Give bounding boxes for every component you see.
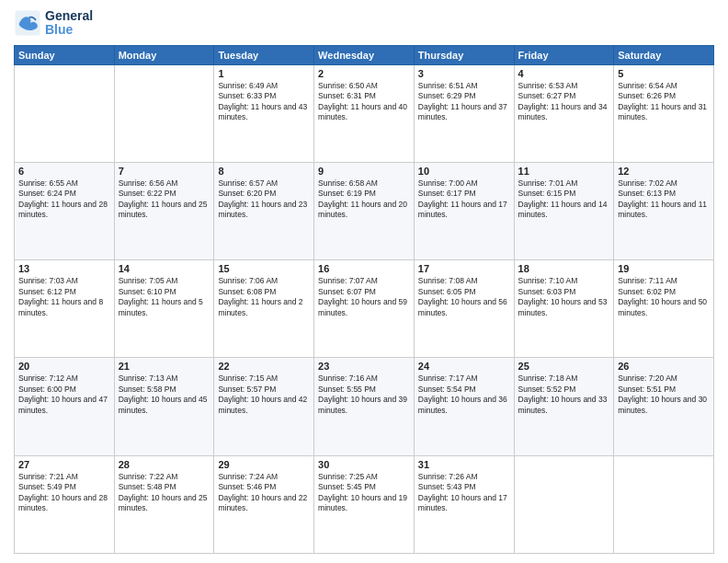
- day-number: 16: [318, 263, 410, 274]
- calendar-cell: 8Sunrise: 6:57 AM Sunset: 6:20 PM Daylig…: [214, 163, 314, 260]
- calendar-cell: 26Sunrise: 7:20 AM Sunset: 5:51 PM Dayli…: [614, 358, 714, 455]
- logo: General Blue: [14, 9, 93, 38]
- day-number: 24: [418, 361, 510, 372]
- calendar-cell: 5Sunrise: 6:54 AM Sunset: 6:26 PM Daylig…: [614, 64, 714, 162]
- cell-info: Sunrise: 6:57 AM Sunset: 6:20 PM Dayligh…: [218, 178, 310, 221]
- day-number: 13: [18, 263, 110, 274]
- cell-info: Sunrise: 7:22 AM Sunset: 5:48 PM Dayligh…: [119, 472, 210, 514]
- day-number: 30: [318, 459, 410, 470]
- calendar-cell: [15, 64, 115, 162]
- day-number: 26: [618, 361, 710, 372]
- day-number: 28: [119, 459, 210, 470]
- day-number: 20: [18, 361, 110, 372]
- page: General Blue SundayMondayTuesdayWednesda…: [0, 0, 728, 563]
- day-number: 2: [318, 68, 410, 79]
- cell-info: Sunrise: 6:53 AM Sunset: 6:27 PM Dayligh…: [518, 81, 610, 123]
- day-number: 1: [218, 68, 310, 79]
- cell-info: Sunrise: 7:01 AM Sunset: 6:15 PM Dayligh…: [518, 178, 610, 221]
- cell-info: Sunrise: 6:49 AM Sunset: 6:33 PM Dayligh…: [218, 81, 310, 123]
- day-number: 15: [218, 263, 310, 274]
- calendar-cell: 23Sunrise: 7:16 AM Sunset: 5:55 PM Dayli…: [314, 358, 415, 455]
- cell-info: Sunrise: 6:54 AM Sunset: 6:26 PM Dayligh…: [618, 81, 710, 123]
- day-number: 7: [119, 166, 210, 177]
- calendar-header-row: SundayMondayTuesdayWednesdayThursdayFrid…: [15, 45, 714, 64]
- cell-info: Sunrise: 6:58 AM Sunset: 6:19 PM Dayligh…: [318, 178, 410, 221]
- calendar-cell: [514, 455, 614, 553]
- calendar-day-header: Thursday: [414, 45, 514, 64]
- calendar-cell: 30Sunrise: 7:25 AM Sunset: 5:45 PM Dayli…: [314, 455, 415, 553]
- calendar-cell: 3Sunrise: 6:51 AM Sunset: 6:29 PM Daylig…: [414, 64, 514, 162]
- calendar-day-header: Monday: [114, 45, 214, 64]
- calendar-cell: 15Sunrise: 7:06 AM Sunset: 6:08 PM Dayli…: [214, 260, 314, 358]
- calendar-cell: 27Sunrise: 7:21 AM Sunset: 5:49 PM Dayli…: [15, 455, 115, 553]
- cell-info: Sunrise: 7:18 AM Sunset: 5:52 PM Dayligh…: [518, 373, 610, 416]
- calendar-cell: 13Sunrise: 7:03 AM Sunset: 6:12 PM Dayli…: [15, 260, 115, 358]
- cell-info: Sunrise: 7:17 AM Sunset: 5:54 PM Dayligh…: [418, 373, 510, 416]
- calendar-week-row: 27Sunrise: 7:21 AM Sunset: 5:49 PM Dayli…: [15, 455, 714, 553]
- calendar-cell: 7Sunrise: 6:56 AM Sunset: 6:22 PM Daylig…: [114, 163, 214, 260]
- day-number: 3: [418, 68, 510, 79]
- cell-info: Sunrise: 7:02 AM Sunset: 6:13 PM Dayligh…: [618, 178, 710, 221]
- calendar-cell: 25Sunrise: 7:18 AM Sunset: 5:52 PM Dayli…: [514, 358, 614, 455]
- calendar-cell: 9Sunrise: 6:58 AM Sunset: 6:19 PM Daylig…: [314, 163, 415, 260]
- calendar-cell: 1Sunrise: 6:49 AM Sunset: 6:33 PM Daylig…: [214, 64, 314, 162]
- cell-info: Sunrise: 6:50 AM Sunset: 6:31 PM Dayligh…: [318, 81, 410, 123]
- day-number: 17: [418, 263, 510, 274]
- logo-icon: [14, 9, 41, 37]
- calendar-day-header: Saturday: [614, 45, 714, 64]
- calendar-cell: [614, 455, 714, 553]
- day-number: 14: [119, 263, 210, 274]
- cell-info: Sunrise: 7:13 AM Sunset: 5:58 PM Dayligh…: [119, 373, 210, 416]
- day-number: 31: [418, 459, 510, 470]
- day-number: 29: [218, 459, 310, 470]
- calendar-day-header: Friday: [514, 45, 614, 64]
- calendar-cell: 22Sunrise: 7:15 AM Sunset: 5:57 PM Dayli…: [214, 358, 314, 455]
- cell-info: Sunrise: 7:03 AM Sunset: 6:12 PM Dayligh…: [18, 276, 110, 318]
- day-number: 5: [618, 68, 710, 79]
- calendar-cell: 2Sunrise: 6:50 AM Sunset: 6:31 PM Daylig…: [314, 64, 415, 162]
- calendar-day-header: Sunday: [15, 45, 115, 64]
- cell-info: Sunrise: 7:21 AM Sunset: 5:49 PM Dayligh…: [18, 472, 110, 514]
- cell-info: Sunrise: 7:16 AM Sunset: 5:55 PM Dayligh…: [318, 373, 410, 416]
- calendar-cell: 10Sunrise: 7:00 AM Sunset: 6:17 PM Dayli…: [414, 163, 514, 260]
- day-number: 4: [518, 68, 610, 79]
- cell-info: Sunrise: 7:07 AM Sunset: 6:07 PM Dayligh…: [318, 276, 410, 318]
- cell-info: Sunrise: 6:51 AM Sunset: 6:29 PM Dayligh…: [418, 81, 510, 123]
- day-number: 21: [119, 361, 210, 372]
- calendar-cell: 14Sunrise: 7:05 AM Sunset: 6:10 PM Dayli…: [114, 260, 214, 358]
- calendar-cell: 24Sunrise: 7:17 AM Sunset: 5:54 PM Dayli…: [414, 358, 514, 455]
- cell-info: Sunrise: 7:06 AM Sunset: 6:08 PM Dayligh…: [218, 276, 310, 318]
- calendar-week-row: 6Sunrise: 6:55 AM Sunset: 6:24 PM Daylig…: [15, 163, 714, 260]
- calendar-cell: 21Sunrise: 7:13 AM Sunset: 5:58 PM Dayli…: [114, 358, 214, 455]
- day-number: 19: [618, 263, 710, 274]
- logo-text: General Blue: [45, 9, 93, 38]
- cell-info: Sunrise: 7:12 AM Sunset: 6:00 PM Dayligh…: [18, 373, 110, 416]
- cell-info: Sunrise: 6:56 AM Sunset: 6:22 PM Dayligh…: [119, 178, 210, 221]
- cell-info: Sunrise: 7:05 AM Sunset: 6:10 PM Dayligh…: [119, 276, 210, 318]
- calendar-table: SundayMondayTuesdayWednesdayThursdayFrid…: [14, 45, 714, 554]
- day-number: 18: [518, 263, 610, 274]
- day-number: 27: [18, 459, 110, 470]
- cell-info: Sunrise: 6:55 AM Sunset: 6:24 PM Dayligh…: [18, 178, 110, 221]
- calendar-cell: 16Sunrise: 7:07 AM Sunset: 6:07 PM Dayli…: [314, 260, 415, 358]
- cell-info: Sunrise: 7:25 AM Sunset: 5:45 PM Dayligh…: [318, 472, 410, 514]
- calendar-week-row: 20Sunrise: 7:12 AM Sunset: 6:00 PM Dayli…: [15, 358, 714, 455]
- calendar-week-row: 1Sunrise: 6:49 AM Sunset: 6:33 PM Daylig…: [15, 64, 714, 162]
- calendar-cell: 11Sunrise: 7:01 AM Sunset: 6:15 PM Dayli…: [514, 163, 614, 260]
- cell-info: Sunrise: 7:10 AM Sunset: 6:03 PM Dayligh…: [518, 276, 610, 318]
- cell-info: Sunrise: 7:15 AM Sunset: 5:57 PM Dayligh…: [218, 373, 310, 416]
- calendar-cell: 20Sunrise: 7:12 AM Sunset: 6:00 PM Dayli…: [15, 358, 115, 455]
- cell-info: Sunrise: 7:24 AM Sunset: 5:46 PM Dayligh…: [218, 472, 310, 514]
- calendar-cell: 19Sunrise: 7:11 AM Sunset: 6:02 PM Dayli…: [614, 260, 714, 358]
- calendar-week-row: 13Sunrise: 7:03 AM Sunset: 6:12 PM Dayli…: [15, 260, 714, 358]
- calendar-cell: 6Sunrise: 6:55 AM Sunset: 6:24 PM Daylig…: [15, 163, 115, 260]
- day-number: 10: [418, 166, 510, 177]
- header: General Blue: [14, 9, 714, 38]
- calendar-cell: 28Sunrise: 7:22 AM Sunset: 5:48 PM Dayli…: [114, 455, 214, 553]
- cell-info: Sunrise: 7:08 AM Sunset: 6:05 PM Dayligh…: [418, 276, 510, 318]
- calendar-cell: 18Sunrise: 7:10 AM Sunset: 6:03 PM Dayli…: [514, 260, 614, 358]
- day-number: 9: [318, 166, 410, 177]
- calendar-cell: 17Sunrise: 7:08 AM Sunset: 6:05 PM Dayli…: [414, 260, 514, 358]
- day-number: 11: [518, 166, 610, 177]
- calendar-cell: 4Sunrise: 6:53 AM Sunset: 6:27 PM Daylig…: [514, 64, 614, 162]
